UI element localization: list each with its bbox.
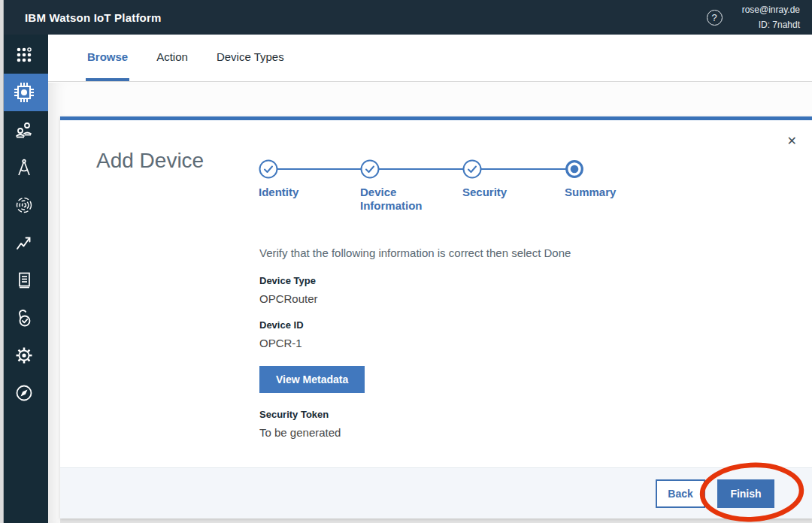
modal-footer: Back Finish [60, 467, 812, 518]
step-identity[interactable]: Identity [259, 159, 361, 199]
add-device-modal: ✕ Add Device Identity [60, 116, 812, 518]
members-icon [13, 119, 35, 141]
close-icon[interactable]: ✕ [787, 135, 797, 147]
security-token-value: To be generated [259, 425, 726, 440]
app-header: IBM Watson IoT Platform ? rose@inray.de … [0, 0, 812, 35]
step-label: Device Information [360, 186, 443, 213]
lock-check-icon [13, 307, 35, 329]
step-device-information[interactable]: Device Information [360, 159, 462, 213]
page-bottom-strip [60, 518, 812, 523]
sidebar-item-apps[interactable] [0, 36, 48, 74]
tab-device-types[interactable]: Device Types [215, 35, 286, 81]
device-type-value: OPCRouter [259, 292, 726, 307]
activity-chart-icon [13, 231, 35, 254]
sidebar-item-extensions[interactable] [0, 374, 48, 412]
gear-icon [13, 344, 35, 367]
sidebar-item-members[interactable] [0, 111, 48, 149]
apps-grid-icon [14, 45, 34, 65]
back-button[interactable]: Back [656, 479, 705, 508]
modal-title: Add Device [96, 149, 204, 173]
user-id: ID: 7nahdt [742, 17, 800, 32]
tab-action[interactable]: Action [155, 35, 189, 81]
sidebar-item-boards[interactable] [0, 262, 48, 299]
summary-body: Verify that the following information is… [259, 246, 726, 440]
step-security[interactable]: Security [462, 159, 565, 199]
sidebar-item-usage[interactable] [0, 224, 48, 262]
step-complete-icon [462, 159, 482, 179]
help-glyph: ? [712, 12, 717, 23]
help-icon[interactable]: ? [707, 10, 723, 26]
step-current-icon [565, 159, 584, 179]
device-id-value: OPCR-1 [259, 336, 726, 351]
left-edge-artifact [0, 0, 4, 523]
user-info[interactable]: rose@inray.de ID: 7nahdt [742, 2, 800, 32]
security-token-label: Security Token [259, 408, 726, 421]
user-email: rose@inray.de [742, 2, 800, 17]
notebook-icon [13, 269, 35, 292]
drafting-compass-icon [13, 156, 35, 179]
compass-icon [13, 382, 35, 404]
finish-button[interactable]: Finish [717, 479, 774, 508]
step-complete-icon [360, 159, 380, 179]
device-type-label: Device Type [259, 274, 726, 287]
step-label: Identity [259, 186, 341, 199]
device-id-label: Device ID [259, 319, 726, 331]
watson-iot-page: IBM Watson IoT Platform ? rose@inray.de … [0, 0, 812, 523]
header-right: ? rose@inray.de ID: 7nahdt [707, 0, 800, 35]
step-complete-icon [259, 159, 278, 179]
fingerprint-icon [13, 194, 35, 216]
sidebar-item-devices[interactable] [0, 74, 48, 111]
sidebar-item-schemas[interactable] [0, 149, 48, 186]
tab-browse[interactable]: Browse [86, 35, 129, 81]
left-nav [0, 35, 48, 523]
sidebar-item-settings[interactable] [0, 337, 48, 374]
step-label: Security [462, 186, 545, 199]
wizard-stepper: Identity Device Information [259, 159, 680, 242]
device-tabs: Browse Action Device Types [48, 35, 812, 82]
step-label: Summary [565, 186, 647, 199]
step-summary[interactable]: Summary [565, 159, 667, 199]
view-metadata-button[interactable]: View Metadata [259, 366, 365, 393]
sidebar-item-security-fingerprint[interactable] [0, 186, 48, 224]
sidebar-item-risk[interactable] [0, 299, 48, 337]
chip-devices-icon [13, 81, 35, 104]
app-title: IBM Watson IoT Platform [25, 11, 162, 24]
instruction-text: Verify that the following information is… [259, 246, 726, 261]
